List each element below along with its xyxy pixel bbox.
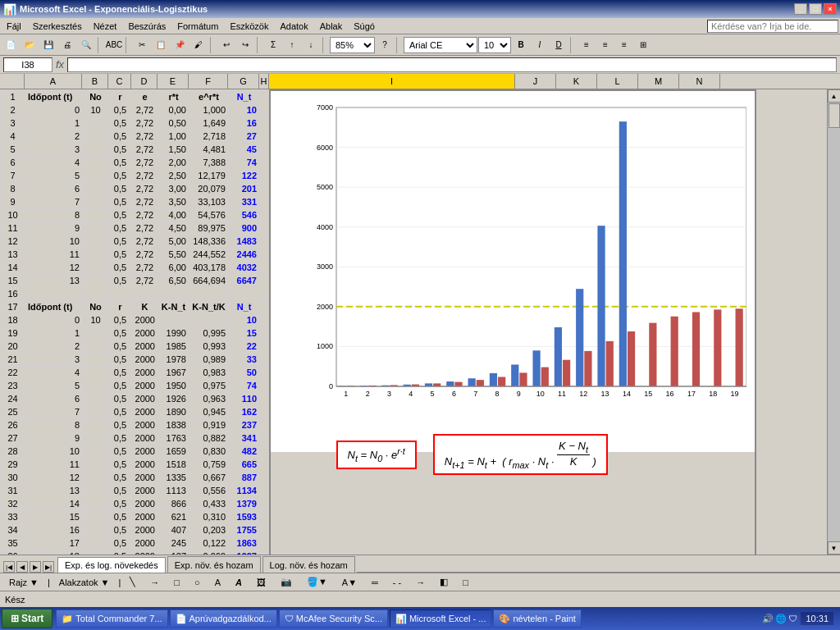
table-cell[interactable]: 2,72 xyxy=(132,221,158,235)
table-cell[interactable]: 2000 xyxy=(132,405,158,418)
table-cell[interactable] xyxy=(260,445,270,458)
table-cell[interactable]: 0,963 xyxy=(189,392,229,405)
font-color-btn[interactable]: A▼ xyxy=(336,576,363,589)
table-cell[interactable] xyxy=(260,340,270,353)
table-cell[interactable]: 2 xyxy=(25,130,83,143)
zoom-select[interactable]: 85% xyxy=(330,37,375,53)
table-cell[interactable] xyxy=(83,353,109,366)
menu-window[interactable]: Ablak xyxy=(315,20,348,33)
table-cell[interactable] xyxy=(83,379,109,392)
table-cell[interactable] xyxy=(83,116,109,130)
table-cell[interactable]: 2,72 xyxy=(132,248,158,261)
menu-view[interactable]: Nézet xyxy=(89,20,122,33)
table-cell[interactable]: 2,72 xyxy=(132,130,158,143)
table-cell[interactable]: 7,388 xyxy=(189,156,229,169)
table-cell[interactable] xyxy=(260,497,270,510)
table-cell[interactable]: 1 xyxy=(25,326,83,340)
table-cell[interactable]: 1838 xyxy=(158,418,189,431)
table-cell[interactable]: 665 xyxy=(229,458,260,471)
table-cell[interactable] xyxy=(25,287,83,300)
col-header-L[interactable]: L xyxy=(597,74,638,89)
maximize-button[interactable]: □ xyxy=(809,3,822,15)
table-cell[interactable] xyxy=(260,248,270,261)
table-cell[interactable] xyxy=(158,313,189,326)
table-cell[interactable]: 3,00 xyxy=(158,182,189,195)
format-painter[interactable]: 🖌 xyxy=(189,36,208,54)
col-header-M[interactable]: M xyxy=(638,74,679,89)
table-cell[interactable]: r xyxy=(109,90,132,103)
vertical-scrollbar[interactable]: ▲ ▼ xyxy=(827,89,840,555)
table-cell[interactable] xyxy=(83,366,109,379)
table-cell[interactable]: 0,5 xyxy=(109,458,132,471)
table-cell[interactable]: 4032 xyxy=(229,261,260,274)
sheet-tab-1[interactable]: Exp. és log. növekedés xyxy=(57,557,166,573)
scroll-up-btn[interactable]: ▲ xyxy=(828,89,841,103)
bold-button[interactable]: B xyxy=(512,36,530,54)
table-cell[interactable]: 0,975 xyxy=(189,379,229,392)
table-cell[interactable] xyxy=(260,287,270,300)
tab-first[interactable]: |◀ xyxy=(3,561,15,573)
table-cell[interactable]: 0,5 xyxy=(109,340,132,353)
table-cell[interactable]: 12,179 xyxy=(189,169,229,182)
align-left[interactable]: ≡ xyxy=(578,36,596,54)
table-cell[interactable]: 1755 xyxy=(229,523,260,536)
scroll-track[interactable] xyxy=(828,103,841,541)
taskbar-item-paint[interactable]: 🎨 névtelen - Paint xyxy=(493,609,581,628)
table-cell[interactable]: 237 xyxy=(229,418,260,431)
table-cell[interactable]: 482 xyxy=(229,445,260,458)
table-cell[interactable]: 74 xyxy=(229,156,260,169)
col-header-J[interactable]: J xyxy=(515,74,556,89)
table-cell[interactable]: 4 xyxy=(25,366,83,379)
menu-edit[interactable]: Szerkesztés xyxy=(28,20,87,33)
table-cell[interactable]: 14 xyxy=(25,497,83,510)
table-cell[interactable] xyxy=(260,471,270,484)
table-cell[interactable]: 0,5 xyxy=(109,484,132,497)
col-header-A[interactable]: A xyxy=(25,74,82,89)
table-cell[interactable]: r xyxy=(109,300,132,313)
minimize-button[interactable]: _ xyxy=(794,3,807,15)
table-cell[interactable]: 0,5 xyxy=(109,392,132,405)
align-right[interactable]: ≡ xyxy=(615,36,633,54)
table-cell[interactable] xyxy=(83,195,109,208)
tab-prev[interactable]: ◀ xyxy=(16,561,28,573)
table-cell[interactable] xyxy=(260,156,270,169)
table-cell[interactable]: 621 xyxy=(158,510,189,523)
table-cell[interactable] xyxy=(260,195,270,208)
table-cell[interactable] xyxy=(260,261,270,274)
table-cell[interactable]: 0,983 xyxy=(189,366,229,379)
scroll-thumb[interactable] xyxy=(829,103,840,128)
table-cell[interactable]: 2000 xyxy=(132,523,158,536)
table-cell[interactable] xyxy=(83,484,109,497)
menu-format[interactable]: Formátum xyxy=(172,20,223,33)
table-cell[interactable]: 6 xyxy=(25,182,83,195)
table-cell[interactable] xyxy=(260,300,270,313)
scroll-down-btn[interactable]: ▼ xyxy=(828,541,841,555)
grid-scroll-area[interactable]: 1Időpont (t)Norer*te^r*tN_t0100020003000… xyxy=(0,89,840,555)
table-cell[interactable]: 11 xyxy=(25,248,83,261)
col-header-I[interactable]: I xyxy=(269,74,515,89)
sum-button[interactable]: Σ xyxy=(264,36,282,54)
table-cell[interactable]: 89,975 xyxy=(189,221,229,235)
table-cell[interactable]: 5,50 xyxy=(158,248,189,261)
table-cell[interactable]: 2000 xyxy=(132,431,158,445)
table-cell[interactable]: 1863 xyxy=(229,536,260,550)
table-cell[interactable]: 0 xyxy=(25,313,83,326)
menu-data[interactable]: Adatok xyxy=(275,20,313,33)
table-cell[interactable] xyxy=(83,261,109,274)
table-cell[interactable]: 1926 xyxy=(158,392,189,405)
col-header-N[interactable]: N xyxy=(679,74,720,89)
table-cell[interactable] xyxy=(260,90,270,103)
table-cell[interactable] xyxy=(83,392,109,405)
start-button[interactable]: ⊞ Start xyxy=(2,609,52,628)
table-cell[interactable] xyxy=(260,130,270,143)
table-cell[interactable]: 1659 xyxy=(158,445,189,458)
table-cell[interactable]: 7 xyxy=(25,195,83,208)
table-cell[interactable]: 0,5 xyxy=(109,523,132,536)
table-cell[interactable]: 1967 xyxy=(158,366,189,379)
table-cell[interactable]: 50 xyxy=(229,366,260,379)
table-cell[interactable]: 0,5 xyxy=(109,353,132,366)
font-select[interactable]: Arial CE xyxy=(404,37,477,53)
undo-button[interactable]: ↩ xyxy=(217,36,235,54)
table-cell[interactable] xyxy=(260,366,270,379)
table-cell[interactable]: 6 xyxy=(25,392,83,405)
